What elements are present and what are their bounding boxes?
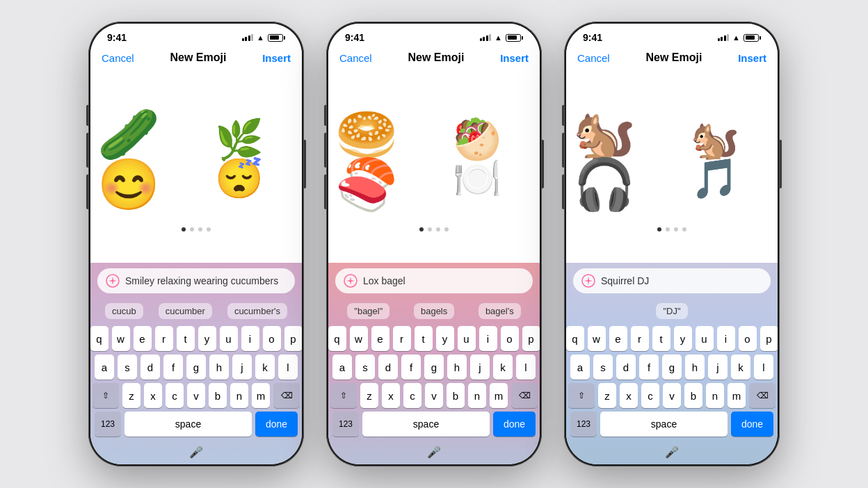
cancel-button[interactable]: Cancel — [339, 52, 372, 64]
key-t[interactable]: t — [652, 326, 670, 351]
key-i[interactable]: i — [241, 326, 259, 351]
delete-key[interactable]: ⌫ — [511, 383, 538, 408]
key-m[interactable]: m — [252, 383, 270, 408]
key-v[interactable]: v — [187, 383, 205, 408]
key-e[interactable]: e — [371, 326, 389, 351]
key-y[interactable]: y — [674, 326, 692, 351]
key-a[interactable]: a — [570, 355, 590, 380]
key-a[interactable]: a — [95, 355, 114, 380]
key-o[interactable]: o — [263, 326, 281, 351]
key-r[interactable]: r — [631, 326, 649, 351]
key-b[interactable]: b — [209, 383, 227, 408]
mic-icon[interactable]: 🎤 — [189, 446, 203, 459]
key-w[interactable]: w — [112, 326, 130, 351]
key-c[interactable]: c — [166, 383, 184, 408]
text-input-inner[interactable]: Smiley relaxing wearing cucumbers — [97, 268, 295, 293]
page-dot-3[interactable] — [674, 227, 678, 231]
numbers-key[interactable]: 123 — [570, 412, 597, 437]
key-f[interactable]: f — [163, 355, 183, 380]
insert-button[interactable]: Insert — [500, 52, 529, 64]
key-p[interactable]: p — [760, 326, 778, 351]
page-dot-4[interactable] — [207, 227, 211, 231]
text-input-inner[interactable]: Lox bagel — [335, 268, 533, 293]
key-c[interactable]: c — [641, 383, 659, 408]
emoji-secondary[interactable]: 🥙🍽️ — [453, 120, 533, 198]
key-a[interactable]: a — [332, 355, 352, 380]
key-y[interactable]: y — [198, 326, 216, 351]
key-d[interactable]: d — [378, 355, 398, 380]
space-key[interactable]: space — [362, 412, 490, 437]
key-u[interactable]: u — [696, 326, 714, 351]
key-v[interactable]: v — [425, 383, 443, 408]
key-k[interactable]: k — [731, 355, 750, 380]
page-dot-4[interactable] — [444, 227, 449, 231]
key-j[interactable]: j — [470, 355, 490, 380]
page-dot-2[interactable] — [666, 227, 670, 231]
key-e[interactable]: e — [134, 326, 152, 351]
page-dot-1[interactable] — [657, 227, 661, 231]
key-i[interactable]: i — [479, 326, 497, 351]
delete-key[interactable]: ⌫ — [273, 383, 300, 408]
key-b[interactable]: b — [447, 383, 465, 408]
key-x[interactable]: x — [382, 383, 400, 408]
key-y[interactable]: y — [436, 326, 454, 351]
key-g[interactable]: g — [424, 355, 444, 380]
key-b[interactable]: b — [684, 383, 702, 408]
key-m[interactable]: m — [490, 383, 508, 408]
key-u[interactable]: u — [458, 326, 476, 351]
key-l[interactable]: l — [278, 355, 298, 380]
key-j[interactable]: j — [708, 355, 728, 380]
key-g[interactable]: g — [662, 355, 682, 380]
key-g[interactable]: g — [186, 355, 206, 380]
suggestion-2[interactable]: bagels — [414, 303, 454, 319]
page-dot-3[interactable] — [198, 227, 202, 231]
key-q[interactable]: q — [90, 326, 108, 351]
space-key[interactable]: space — [124, 412, 252, 437]
emoji-secondary[interactable]: 🌿😴 — [215, 120, 296, 198]
suggestion-3[interactable]: cucumber's — [227, 303, 287, 319]
numbers-key[interactable]: 123 — [95, 412, 121, 437]
page-dot-1[interactable] — [182, 227, 186, 231]
key-z[interactable]: z — [598, 383, 616, 408]
key-k[interactable]: k — [255, 355, 275, 380]
key-n[interactable]: n — [468, 383, 486, 408]
key-r[interactable]: r — [155, 326, 173, 351]
shift-key[interactable]: ⇧ — [93, 383, 119, 408]
key-p[interactable]: p — [284, 326, 303, 351]
page-dot-2[interactable] — [428, 227, 432, 231]
page-dot-3[interactable] — [436, 227, 440, 231]
key-r[interactable]: r — [393, 326, 411, 351]
key-w[interactable]: w — [588, 326, 606, 351]
key-l[interactable]: l — [754, 355, 773, 380]
key-m[interactable]: m — [728, 383, 746, 408]
key-e[interactable]: e — [609, 326, 627, 351]
text-input-inner[interactable]: Squirrel DJ — [573, 268, 771, 293]
space-key[interactable]: space — [600, 412, 728, 437]
key-q[interactable]: q — [328, 326, 346, 351]
key-h[interactable]: h — [209, 355, 229, 380]
key-i[interactable]: i — [717, 326, 735, 351]
key-n[interactable]: n — [230, 383, 248, 408]
page-dot-2[interactable] — [190, 227, 194, 231]
key-f[interactable]: f — [639, 355, 659, 380]
shift-key[interactable]: ⇧ — [568, 383, 595, 408]
key-f[interactable]: f — [401, 355, 421, 380]
done-key[interactable]: done — [493, 412, 536, 437]
key-t[interactable]: t — [415, 326, 433, 351]
suggestion-2[interactable]: cucumber — [159, 303, 212, 319]
emoji-primary[interactable]: 🐿️🎧 — [573, 109, 677, 209]
suggestion-3[interactable]: bagel's — [479, 303, 521, 319]
mic-icon[interactable]: 🎤 — [427, 446, 441, 459]
key-h[interactable]: h — [685, 355, 705, 380]
cancel-button[interactable]: Cancel — [577, 52, 610, 64]
key-w[interactable]: w — [350, 326, 368, 351]
key-u[interactable]: u — [220, 326, 238, 351]
key-k[interactable]: k — [493, 355, 513, 380]
key-o[interactable]: o — [739, 326, 757, 351]
key-h[interactable]: h — [447, 355, 467, 380]
numbers-key[interactable]: 123 — [332, 412, 359, 437]
key-j[interactable]: j — [232, 355, 252, 380]
insert-button[interactable]: Insert — [262, 52, 291, 64]
key-l[interactable]: l — [516, 355, 536, 380]
key-o[interactable]: o — [501, 326, 519, 351]
